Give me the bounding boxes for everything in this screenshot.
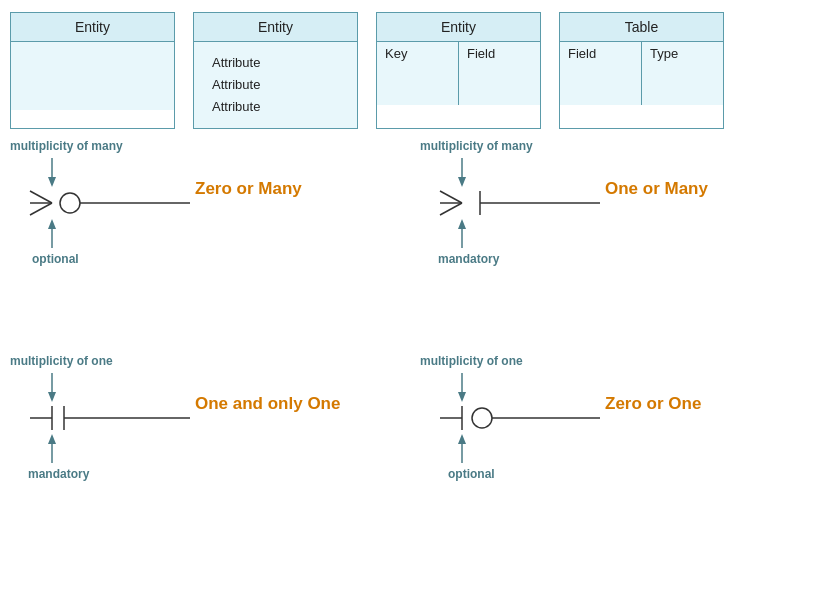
- one-and-only-one-svg: [10, 368, 230, 478]
- entity-simple-body: [11, 42, 174, 110]
- zero-or-many-top-label: multiplicity of many: [10, 139, 230, 153]
- svg-line-4: [30, 203, 52, 215]
- entity-key-field-row: Key Field: [377, 42, 540, 65]
- svg-line-11: [440, 191, 462, 203]
- table-field-empty: [560, 65, 642, 105]
- entity-key-field-box: Entity Key Field: [376, 12, 541, 129]
- zero-or-many-svg: [10, 153, 230, 263]
- svg-marker-8: [48, 219, 56, 229]
- zero-or-one-title: Zero or One: [605, 394, 701, 414]
- table-field-type-header: Table: [560, 13, 723, 42]
- svg-line-2: [30, 191, 52, 203]
- entity-simple-header: Entity: [11, 13, 174, 42]
- entity-simple-box: Entity: [10, 12, 175, 129]
- table-type-cell: Type: [642, 42, 723, 65]
- entity-key-field-empty-row: [377, 65, 540, 105]
- svg-line-13: [440, 203, 462, 215]
- one-or-many-title: One or Many: [605, 179, 708, 199]
- svg-marker-33: [458, 434, 466, 444]
- zero-or-one-block: multiplicity of one optional Zero or One: [420, 354, 640, 481]
- one-and-only-one-title: One and only One: [195, 394, 340, 414]
- zero-or-many-block: multiplicity of many optional Zero or Ma…: [10, 139, 230, 266]
- one-and-only-one-block: multiplicity of one mandatory One and on…: [10, 354, 230, 481]
- svg-marker-19: [48, 392, 56, 402]
- one-or-many-block: multiplicity of many mandatory One or Ma…: [420, 139, 640, 266]
- one-and-only-one-top-label: multiplicity of one: [10, 354, 230, 368]
- table-field-cell: Field: [560, 42, 642, 65]
- svg-point-5: [60, 193, 80, 213]
- entity-attributes-header: Entity: [194, 13, 357, 42]
- svg-marker-1: [48, 177, 56, 187]
- table-field-type-body: Field Type: [560, 42, 723, 105]
- entity-key-empty: [377, 65, 459, 105]
- svg-marker-17: [458, 219, 466, 229]
- one-or-many-top-label: multiplicity of many: [420, 139, 640, 153]
- zero-or-one-top-label: multiplicity of one: [420, 354, 640, 368]
- entity-attributes-body: AttributeAttributeAttribute: [194, 42, 357, 128]
- notations-area: multiplicity of many optional Zero or Ma…: [0, 139, 830, 600]
- svg-marker-25: [48, 434, 56, 444]
- zero-or-many-title: Zero or Many: [195, 179, 302, 199]
- zero-or-one-svg: [420, 368, 640, 478]
- entity-field-cell: Field: [459, 42, 540, 65]
- entity-key-cell: Key: [377, 42, 459, 65]
- diagrams-row: Entity Entity AttributeAttributeAttribut…: [0, 0, 830, 129]
- entity-attributes-box: Entity AttributeAttributeAttribute: [193, 12, 358, 129]
- one-or-many-svg: [420, 153, 640, 263]
- entity-field-empty: [459, 65, 540, 105]
- entity-key-field-body: Key Field: [377, 42, 540, 105]
- svg-marker-27: [458, 392, 466, 402]
- entity-key-field-header: Entity: [377, 13, 540, 42]
- table-type-empty: [642, 65, 723, 105]
- svg-marker-10: [458, 177, 466, 187]
- table-field-type-box: Table Field Type: [559, 12, 724, 129]
- table-field-type-row: Field Type: [560, 42, 723, 65]
- entity-attributes-text: AttributeAttributeAttribute: [204, 48, 347, 122]
- svg-point-29: [472, 408, 492, 428]
- table-field-type-empty-row: [560, 65, 723, 105]
